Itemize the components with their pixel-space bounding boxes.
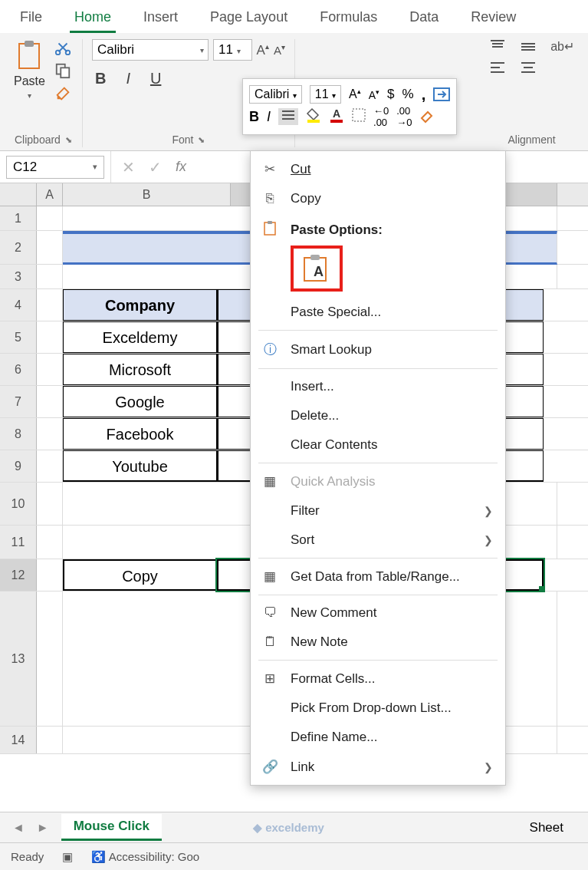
ctx-copy[interactable]: ⎘Copy xyxy=(251,184,505,213)
cell-b9[interactable]: Youtube xyxy=(63,450,217,482)
mini-format-painter-icon[interactable] xyxy=(419,109,435,124)
tab-page-layout[interactable]: Page Layout xyxy=(204,5,294,33)
ctx-pick-list[interactable]: Pick From Drop-down List... xyxy=(251,694,505,723)
link-icon: 🔗 xyxy=(261,759,278,775)
increase-font-icon[interactable]: A▴ xyxy=(257,42,269,58)
row-6[interactable]: 6 xyxy=(0,354,37,385)
ctx-define-name[interactable]: Define Name... xyxy=(251,723,505,752)
chevron-right-icon: ❯ xyxy=(484,534,493,546)
underline-button[interactable]: U xyxy=(147,68,164,89)
row-2[interactable]: 2 xyxy=(0,231,37,264)
copy-icon[interactable] xyxy=(53,62,73,79)
sheet-nav-next[interactable]: ► xyxy=(37,821,49,835)
row-4[interactable]: 4 xyxy=(0,289,37,321)
mini-decrease-font-icon[interactable]: A▾ xyxy=(369,88,379,101)
font-name-select[interactable]: Calibri▾ xyxy=(92,39,209,61)
ctx-cut[interactable]: ✂Cut xyxy=(251,154,505,184)
mini-font-select[interactable]: Calibri ▾ xyxy=(249,85,302,104)
mini-percent-icon[interactable]: % xyxy=(402,87,414,102)
paste-button[interactable]: Paste ▾ xyxy=(14,39,45,102)
name-box[interactable]: C12▾ xyxy=(6,156,104,179)
cell-b5[interactable]: Exceldemy xyxy=(63,321,217,353)
font-size-select[interactable]: 11 ▾ xyxy=(213,39,252,61)
ctx-clear-contents[interactable]: Clear Contents xyxy=(251,430,505,460)
align-middle-icon[interactable] xyxy=(520,39,537,53)
col-A[interactable]: A xyxy=(37,183,63,206)
accessibility-status[interactable]: ♿ Accessibility: Goo xyxy=(91,850,199,864)
macro-record-icon[interactable]: ▣ xyxy=(62,850,73,864)
formula-cancel-icon[interactable]: ✕ xyxy=(122,158,135,176)
tab-formulas[interactable]: Formulas xyxy=(314,5,383,33)
row-12[interactable]: 12 xyxy=(0,559,37,591)
clipboard-launcher[interactable]: ⬊ xyxy=(65,135,72,145)
tab-home[interactable]: Home xyxy=(68,5,117,33)
ctx-paste-special[interactable]: Paste Special... xyxy=(251,298,505,327)
row-13[interactable]: 13 xyxy=(0,592,37,726)
cell-b12[interactable]: Copy xyxy=(63,559,217,591)
row-10[interactable]: 10 xyxy=(0,483,37,525)
format-cells-icon: ⊞ xyxy=(261,671,278,687)
row-3[interactable]: 3 xyxy=(0,265,37,288)
row-14[interactable]: 14 xyxy=(0,727,37,753)
decrease-font-icon[interactable]: A▾ xyxy=(274,43,285,57)
ctx-new-comment[interactable]: 🗨New Comment xyxy=(251,598,505,628)
paste-option-values[interactable]: A xyxy=(291,246,343,292)
wrap-text-icon[interactable]: ab↵ xyxy=(550,39,574,54)
mini-font-color-icon[interactable]: A xyxy=(329,107,344,126)
row-11[interactable]: 11 xyxy=(0,526,37,559)
row-1[interactable]: 1 xyxy=(0,206,37,230)
sheet-tab-active[interactable]: Mouse Click xyxy=(61,814,162,841)
formula-accept-icon[interactable]: ✓ xyxy=(149,158,162,176)
font-launcher[interactable]: ⬊ xyxy=(198,135,205,145)
select-all-corner[interactable] xyxy=(0,183,37,206)
row-7[interactable]: 7 xyxy=(0,386,37,417)
bold-button[interactable]: B xyxy=(92,68,109,89)
cell-b8[interactable]: Facebook xyxy=(63,418,217,450)
mini-decrease-decimal-icon[interactable]: .00→0 xyxy=(396,105,412,128)
row-5[interactable]: 5 xyxy=(0,321,37,353)
svg-point-2 xyxy=(56,51,61,55)
mini-increase-decimal-icon[interactable]: ←0.00 xyxy=(373,105,389,128)
tab-data[interactable]: Data xyxy=(403,5,445,33)
row-8[interactable]: 8 xyxy=(0,418,37,450)
mini-merge-icon[interactable] xyxy=(433,87,450,101)
mini-currency-icon[interactable]: $ xyxy=(387,87,394,102)
ctx-insert[interactable]: Insert... xyxy=(251,372,505,401)
align-left-icon[interactable] xyxy=(489,61,506,75)
ctx-smart-lookup[interactable]: ⓘSmart Lookup xyxy=(251,334,505,365)
align-top-icon[interactable] xyxy=(489,39,506,53)
ctx-get-data[interactable]: ▦Get Data from Table/Range... xyxy=(251,562,505,592)
align-center-icon[interactable] xyxy=(520,61,537,75)
tab-review[interactable]: Review xyxy=(465,5,522,33)
ctx-new-note[interactable]: 🗒New Note xyxy=(251,628,505,657)
mini-increase-font-icon[interactable]: A▴ xyxy=(349,87,361,101)
copy-icon: ⎘ xyxy=(261,191,278,206)
table-header-company[interactable]: Company xyxy=(63,289,217,321)
ctx-filter[interactable]: Filter❯ xyxy=(251,496,505,526)
mini-size-select[interactable]: 11 ▾ xyxy=(310,85,341,104)
mini-toolbar: Calibri ▾ 11 ▾ A▴ A▾ $ % , B I A ←0.00 .… xyxy=(242,78,457,135)
cell-b6[interactable]: Microsoft xyxy=(63,354,217,385)
mini-align-button[interactable] xyxy=(278,108,298,125)
cell-b7[interactable]: Google xyxy=(63,386,217,417)
ctx-sort[interactable]: Sort❯ xyxy=(251,526,505,555)
mini-borders-icon[interactable] xyxy=(352,108,366,125)
format-painter-icon[interactable] xyxy=(53,85,73,102)
mini-comma-icon[interactable]: , xyxy=(422,86,426,104)
tab-file[interactable]: File xyxy=(14,5,48,33)
ctx-link[interactable]: 🔗Link❯ xyxy=(251,752,505,782)
ctx-format-cells[interactable]: ⊞Format Cells... xyxy=(251,664,505,694)
mini-fill-color-icon[interactable] xyxy=(306,107,321,126)
sheet-nav-prev[interactable]: ◄ xyxy=(12,821,25,835)
tab-insert[interactable]: Insert xyxy=(137,5,184,33)
cut-icon[interactable] xyxy=(53,39,73,56)
italic-button[interactable]: I xyxy=(123,68,133,89)
svg-point-3 xyxy=(66,51,71,55)
row-9[interactable]: 9 xyxy=(0,450,37,482)
fx-icon[interactable]: fx xyxy=(176,159,186,175)
mini-bold-button[interactable]: B xyxy=(249,109,259,125)
col-B[interactable]: B xyxy=(63,183,231,206)
ctx-delete[interactable]: Delete... xyxy=(251,401,505,430)
mini-italic-button[interactable]: I xyxy=(267,109,271,125)
sheet-tab-other[interactable]: Sheet xyxy=(517,816,576,840)
